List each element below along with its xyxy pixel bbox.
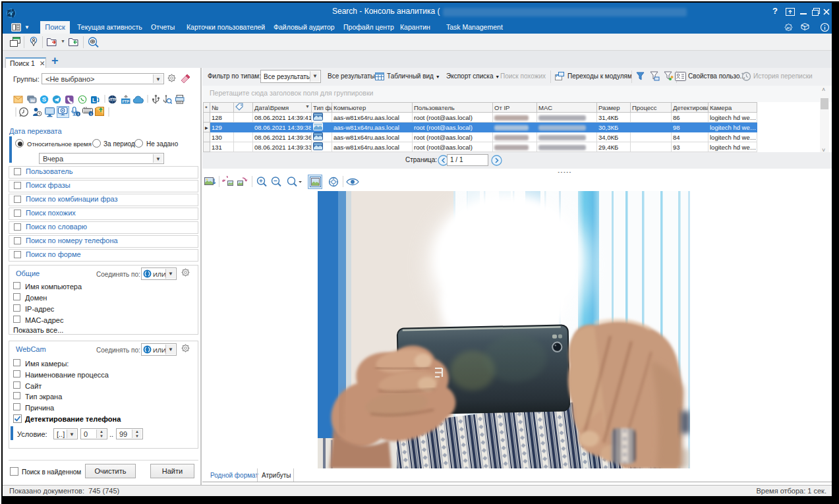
svg-text:S: S <box>42 96 46 103</box>
svg-text:IM: IM <box>30 99 35 103</box>
svg-text:FTP: FTP <box>123 99 130 103</box>
svg-text:L: L <box>92 97 96 103</box>
svg-text:AFI: AFI <box>786 26 790 30</box>
svg-text:HTTP: HTTP <box>108 98 117 101</box>
